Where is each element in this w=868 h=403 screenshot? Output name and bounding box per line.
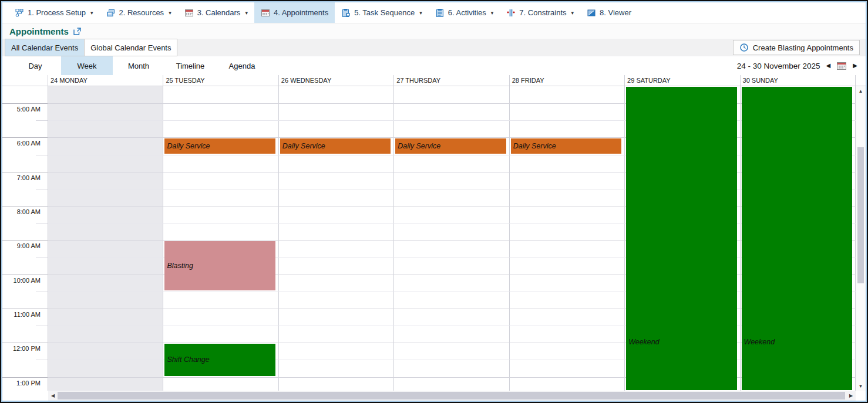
horizontal-scrollbar[interactable]: ◀ ▶ [48, 391, 856, 401]
ribbon-tab-2-resources[interactable]: 2. Resources▾ [100, 2, 178, 23]
ribbon-tab-label: 7. Constraints [519, 8, 566, 17]
scroll-down-arrow[interactable]: ▼ [856, 381, 866, 391]
day-header-30-sunday[interactable]: 30 SUNDAY [741, 75, 856, 86]
view-tab-month[interactable]: Month [113, 56, 164, 75]
time-label: 8:00 AM [17, 208, 41, 215]
day-columns[interactable]: Daily ServiceDaily ServiceDaily ServiceD… [48, 86, 856, 391]
day-header-24-monday[interactable]: 24 MONDAY [48, 75, 163, 86]
filter-tab-global-calendar-events[interactable]: Global Calendar Events [84, 39, 177, 56]
view-tab-label: Timeline [176, 62, 205, 70]
calendar-event-daily-service[interactable]: Daily Service [395, 138, 506, 153]
event-title: Blasting [167, 262, 193, 270]
calendar-event-daily-service[interactable]: Daily Service [511, 138, 621, 153]
chevron-down-icon: ▾ [419, 10, 422, 16]
chevron-down-icon: ▾ [245, 10, 248, 16]
gutter-hour-line [2, 172, 48, 172]
chevron-down-icon: ▾ [571, 10, 574, 16]
day-header-28-friday[interactable]: 28 FRIDAY [510, 75, 625, 86]
ribbon-tab-label: 5. Task Sequence [354, 8, 415, 17]
clock-icon [739, 43, 749, 52]
day-column-27-thursday[interactable] [394, 86, 509, 391]
ribbon-tab-6-activities[interactable]: 6. Activities▾ [429, 2, 500, 23]
time-label: 1:00 PM [16, 380, 41, 387]
vertical-scroll-thumb[interactable] [857, 147, 864, 283]
day-header-27-thursday[interactable]: 27 THURSDAY [394, 75, 509, 86]
scroll-left-arrow[interactable]: ◀ [48, 391, 58, 401]
constraints-icon [506, 8, 516, 18]
ribbon-tab-5-task-sequence[interactable]: 5. Task Sequence▾ [335, 2, 429, 23]
calendar-event-weekend[interactable]: Weekend [626, 87, 736, 390]
gutter-half-hour-tick [36, 292, 48, 292]
day-column-24-monday[interactable] [48, 86, 163, 391]
event-title: Weekend [628, 338, 660, 346]
create-button-label: Create Blasting Appointments [753, 43, 853, 52]
scroll-right-arrow[interactable]: ▶ [846, 391, 856, 401]
calendar-event-daily-service[interactable]: Daily Service [280, 138, 391, 153]
ribbon-tab-label: 3. Calendars [197, 8, 241, 17]
calendar-event-blasting[interactable]: Blasting [164, 241, 275, 290]
calendar-event-weekend[interactable]: Weekend [742, 87, 852, 390]
date-range-label: 24 - 30 November 2025 [737, 62, 820, 70]
horizontal-scrollbar-row: ◀ ▶ [2, 391, 866, 401]
day-header-corner [2, 75, 48, 86]
gutter-spacer [2, 391, 48, 401]
ribbon-tab-8-viewer[interactable]: 8. Viewer [580, 2, 638, 23]
horizontal-scroll-thumb[interactable] [58, 392, 845, 399]
filter-tab-all-calendar-events[interactable]: All Calendar Events [5, 39, 85, 56]
appointments-icon [261, 8, 270, 18]
vertical-scrollbar[interactable]: ▲ ▼ [856, 86, 866, 391]
view-tabs: DayWeekMonthTimelineAgenda [2, 56, 268, 75]
day-header-25-tuesday[interactable]: 25 TUESDAY [163, 75, 278, 86]
day-column-26-wednesday[interactable] [279, 86, 394, 391]
event-title: Daily Service [282, 142, 325, 150]
ribbon-tab-4-appointments[interactable]: 4. Appointments [254, 2, 335, 23]
view-tab-label: Day [28, 62, 42, 70]
event-title: Daily Service [167, 142, 210, 150]
activities-icon [435, 8, 445, 18]
gutter-hour-line [2, 377, 48, 378]
ribbon-tab-3-calendars[interactable]: 3. Calendars▾ [178, 2, 254, 23]
scroll-up-arrow[interactable]: ▲ [856, 86, 866, 96]
day-column-28-friday[interactable] [510, 86, 625, 391]
ribbon-tab-label: 6. Activities [448, 8, 486, 17]
view-tab-label: Agenda [229, 62, 255, 70]
prev-week-arrow[interactable]: ◀ [826, 63, 831, 69]
gutter-half-hour-tick [36, 120, 48, 121]
create-blasting-appointments-button[interactable]: Create Blasting Appointments [733, 40, 860, 55]
gutter-hour-line [2, 309, 48, 309]
time-label: 9:00 AM [17, 242, 41, 249]
view-tab-week[interactable]: Week [61, 56, 113, 75]
filter-bar: All Calendar EventsGlobal Calendar Event… [2, 39, 866, 56]
filter-tabs: All Calendar EventsGlobal Calendar Event… [2, 39, 177, 56]
gutter-hour-line [2, 343, 48, 343]
next-week-arrow[interactable]: ▶ [853, 63, 857, 69]
calendar-event-daily-service[interactable]: Daily Service [164, 138, 275, 153]
time-label: 12:00 PM [13, 345, 41, 352]
time-label: 5:00 AM [17, 106, 41, 113]
open-in-new-window-icon[interactable] [73, 27, 82, 36]
gutter-hour-line [2, 275, 48, 275]
day-header-row: 24 MONDAY25 TUESDAY26 WEDNESDAY27 THURSD… [2, 75, 866, 86]
time-label: 10:00 AM [14, 277, 41, 284]
time-label: 7:00 AM [17, 174, 41, 181]
view-tab-label: Month [128, 62, 149, 70]
day-header-29-saturday[interactable]: 29 SATURDAY [625, 75, 740, 86]
event-title: Daily Service [398, 142, 440, 150]
view-tab-timeline[interactable]: Timeline [164, 56, 216, 75]
day-header-26-wednesday[interactable]: 26 WEDNESDAY [279, 75, 394, 86]
chevron-down-icon: ▾ [90, 10, 93, 16]
ribbon-tab-7-constraints[interactable]: 7. Constraints▾ [500, 2, 580, 23]
calendar-event-shift-change[interactable]: Shift Change [164, 344, 275, 375]
view-tab-day[interactable]: Day [9, 56, 61, 75]
calendar: 24 MONDAY25 TUESDAY26 WEDNESDAY27 THURSD… [2, 75, 866, 401]
view-tab-agenda[interactable]: Agenda [216, 56, 268, 75]
scrollbar-corner [856, 391, 866, 401]
date-picker-calendar-icon[interactable] [836, 61, 847, 70]
ribbon-tab-1-process-setup[interactable]: 1. Process Setup▾ [8, 2, 100, 23]
event-title: Shift Change [167, 355, 209, 364]
calendar-grid: 5:00 AM6:00 AM7:00 AM8:00 AM9:00 AM10:00… [2, 86, 866, 391]
gutter-half-hour-tick [36, 189, 48, 189]
event-title: Daily Service [513, 142, 556, 150]
app-window: 1. Process Setup▾2. Resources▾3. Calenda… [0, 0, 868, 403]
view-toolbar: DayWeekMonthTimelineAgenda 24 - 30 Novem… [2, 56, 866, 75]
